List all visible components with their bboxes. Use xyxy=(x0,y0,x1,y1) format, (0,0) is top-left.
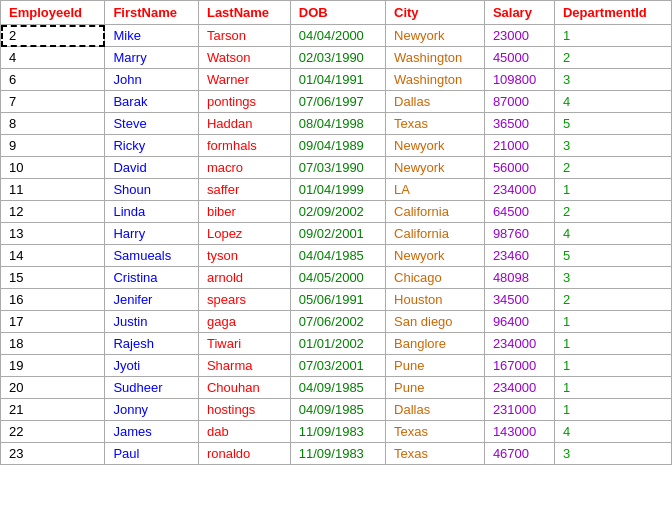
cell-salary: 234000 xyxy=(484,179,554,201)
cell-city: Newyork xyxy=(386,135,485,157)
cell-departmentid: 4 xyxy=(554,223,671,245)
cell-employeeid: 15 xyxy=(1,267,105,289)
cell-firstname: Sudheer xyxy=(105,377,199,399)
cell-departmentid: 1 xyxy=(554,399,671,421)
cell-lastname: Tarson xyxy=(198,25,290,47)
cell-departmentid: 2 xyxy=(554,47,671,69)
column-header-employeeid: EmployeeId xyxy=(1,1,105,25)
cell-departmentid: 5 xyxy=(554,113,671,135)
cell-departmentid: 5 xyxy=(554,245,671,267)
cell-city: Banglore xyxy=(386,333,485,355)
cell-departmentid: 4 xyxy=(554,91,671,113)
cell-salary: 231000 xyxy=(484,399,554,421)
cell-employeeid: 9 xyxy=(1,135,105,157)
table-row[interactable]: 15Cristinaarnold04/05/2000Chicago480983 xyxy=(1,267,672,289)
cell-city: LA xyxy=(386,179,485,201)
table-row[interactable]: 17Justingaga07/06/2002San diego964001 xyxy=(1,311,672,333)
cell-city: Pune xyxy=(386,355,485,377)
cell-city: California xyxy=(386,223,485,245)
cell-employeeid: 11 xyxy=(1,179,105,201)
table-header-row: EmployeeIdFirstNameLastNameDOBCitySalary… xyxy=(1,1,672,25)
cell-salary: 98760 xyxy=(484,223,554,245)
cell-salary: 234000 xyxy=(484,333,554,355)
table-row[interactable]: 18RajeshTiwari01/01/2002Banglore2340001 xyxy=(1,333,672,355)
table-row[interactable]: 22Jamesdab11/09/1983Texas1430004 xyxy=(1,421,672,443)
cell-employeeid: 18 xyxy=(1,333,105,355)
cell-dob: 11/09/1983 xyxy=(290,421,385,443)
table-row[interactable]: 23Paulronaldo11/09/1983Texas467003 xyxy=(1,443,672,465)
cell-employeeid: 12 xyxy=(1,201,105,223)
cell-city: Dallas xyxy=(386,399,485,421)
cell-employeeid: 4 xyxy=(1,47,105,69)
cell-city: Washington xyxy=(386,69,485,91)
cell-lastname: gaga xyxy=(198,311,290,333)
cell-departmentid: 1 xyxy=(554,377,671,399)
cell-dob: 01/01/2002 xyxy=(290,333,385,355)
cell-departmentid: 1 xyxy=(554,311,671,333)
cell-lastname: Haddan xyxy=(198,113,290,135)
cell-departmentid: 2 xyxy=(554,289,671,311)
cell-employeeid: 16 xyxy=(1,289,105,311)
cell-city: Newyork xyxy=(386,25,485,47)
table-row[interactable]: 6JohnWarner01/04/1991Washington1098003 xyxy=(1,69,672,91)
cell-employeeid: 17 xyxy=(1,311,105,333)
table-row[interactable]: 13HarryLopez09/02/2001California987604 xyxy=(1,223,672,245)
table-row[interactable]: 16Jeniferspears05/06/1991Houston345002 xyxy=(1,289,672,311)
cell-salary: 234000 xyxy=(484,377,554,399)
cell-firstname: David xyxy=(105,157,199,179)
cell-employeeid: 2 xyxy=(1,25,105,47)
cell-employeeid: 14 xyxy=(1,245,105,267)
cell-employeeid: 23 xyxy=(1,443,105,465)
cell-lastname: Chouhan xyxy=(198,377,290,399)
cell-dob: 04/04/2000 xyxy=(290,25,385,47)
cell-city: San diego xyxy=(386,311,485,333)
employee-table: EmployeeIdFirstNameLastNameDOBCitySalary… xyxy=(0,0,672,465)
cell-lastname: ronaldo xyxy=(198,443,290,465)
column-header-departmentid: DepartmentId xyxy=(554,1,671,25)
cell-firstname: Ricky xyxy=(105,135,199,157)
table-row[interactable]: 7Barakpontings07/06/1997Dallas870004 xyxy=(1,91,672,113)
cell-firstname: Jenifer xyxy=(105,289,199,311)
cell-employeeid: 10 xyxy=(1,157,105,179)
cell-dob: 07/03/2001 xyxy=(290,355,385,377)
table-row[interactable]: 10Davidmacro07/03/1990Newyork560002 xyxy=(1,157,672,179)
table-row[interactable]: 11Shounsaffer01/04/1999LA2340001 xyxy=(1,179,672,201)
cell-dob: 07/06/1997 xyxy=(290,91,385,113)
cell-lastname: Watson xyxy=(198,47,290,69)
cell-salary: 167000 xyxy=(484,355,554,377)
table-row[interactable]: 20SudheerChouhan04/09/1985Pune2340001 xyxy=(1,377,672,399)
table-row[interactable]: 19JyotiSharma07/03/2001Pune1670001 xyxy=(1,355,672,377)
table-row[interactable]: 21Jonnyhostings04/09/1985Dallas2310001 xyxy=(1,399,672,421)
cell-lastname: Sharma xyxy=(198,355,290,377)
cell-firstname: Justin xyxy=(105,311,199,333)
cell-employeeid: 13 xyxy=(1,223,105,245)
cell-salary: 56000 xyxy=(484,157,554,179)
table-row[interactable]: 8SteveHaddan08/04/1998Texas365005 xyxy=(1,113,672,135)
table-row[interactable]: 2MikeTarson04/04/2000Newyork230001 xyxy=(1,25,672,47)
cell-dob: 08/04/1998 xyxy=(290,113,385,135)
cell-firstname: Linda xyxy=(105,201,199,223)
cell-salary: 45000 xyxy=(484,47,554,69)
cell-firstname: John xyxy=(105,69,199,91)
cell-firstname: Jyoti xyxy=(105,355,199,377)
cell-city: Chicago xyxy=(386,267,485,289)
cell-dob: 07/03/1990 xyxy=(290,157,385,179)
cell-firstname: Samueals xyxy=(105,245,199,267)
table-row[interactable]: 9Rickyformhals09/04/1989Newyork210003 xyxy=(1,135,672,157)
table-row[interactable]: 14Samuealstyson04/04/1985Newyork234605 xyxy=(1,245,672,267)
cell-employeeid: 21 xyxy=(1,399,105,421)
table-row[interactable]: 12Lindabiber02/09/2002California645002 xyxy=(1,201,672,223)
column-header-salary: Salary xyxy=(484,1,554,25)
cell-salary: 23000 xyxy=(484,25,554,47)
cell-firstname: Steve xyxy=(105,113,199,135)
cell-lastname: Tiwari xyxy=(198,333,290,355)
cell-lastname: spears xyxy=(198,289,290,311)
cell-dob: 02/03/1990 xyxy=(290,47,385,69)
cell-departmentid: 2 xyxy=(554,157,671,179)
cell-lastname: Warner xyxy=(198,69,290,91)
cell-city: Texas xyxy=(386,421,485,443)
cell-employeeid: 6 xyxy=(1,69,105,91)
table-row[interactable]: 4MarryWatson02/03/1990Washington450002 xyxy=(1,47,672,69)
cell-lastname: hostings xyxy=(198,399,290,421)
cell-city: Newyork xyxy=(386,245,485,267)
